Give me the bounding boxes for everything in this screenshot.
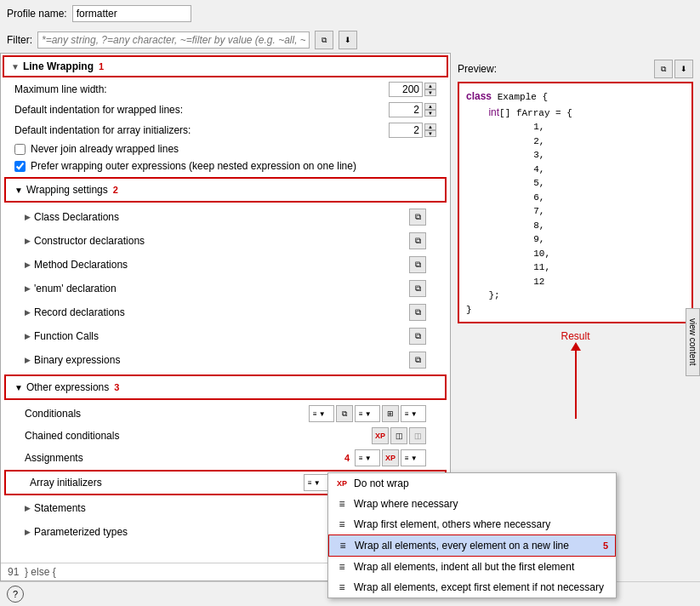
chained-conditionals-label: Chained conditionals: [25, 430, 367, 442]
never-join-label: Never join already wrapped lines: [31, 143, 179, 155]
spin-down-3[interactable]: ▼: [424, 130, 436, 137]
max-line-width-row: Maximum line width: ▲ ▼: [1, 79, 450, 100]
cond-icon2[interactable]: ⊞: [382, 405, 399, 422]
menu-item-wrap-indent[interactable]: ≡ Wrap all elements, indent all but the …: [328, 557, 616, 577]
menu-item-wrap-all-label: Wrap all elements, every element on a ne…: [355, 540, 593, 552]
conditionals-dd2[interactable]: ≡▼: [355, 405, 380, 422]
default-indent-array-input[interactable]: [389, 123, 423, 138]
line-wrapping-header[interactable]: ▼ Line Wrapping 1: [4, 57, 447, 76]
wrapping-settings-header[interactable]: ▼ Wrapping settings 2: [8, 180, 443, 199]
constructor-declarations-label: Constructor declarations: [34, 235, 145, 247]
statements-label: Statements: [34, 502, 86, 514]
conditionals-dd3[interactable]: ≡▼: [401, 405, 426, 422]
menu-item-wrap-first-label: Wrap first element, others where necessa…: [354, 518, 609, 530]
menu-item-no-wrap[interactable]: XP Do not wrap: [328, 473, 616, 494]
menu-item-wrap-necessary[interactable]: ≡ Wrap where necessary: [328, 494, 616, 514]
copy-button[interactable]: ⧉: [315, 31, 333, 49]
badge-5: 5: [603, 540, 608, 551]
binary-expressions-label: Binary expressions: [34, 354, 120, 366]
enum-declaration-item[interactable]: ▶ 'enum' declaration ⧉: [1, 277, 450, 300]
other-expressions-label: Other expressions: [26, 381, 109, 393]
result-arrow: Result: [458, 327, 693, 419]
preview-import-btn[interactable]: ⬇: [674, 60, 693, 78]
assignments-row: Assignments 4 ≡▼ XP ≡▼: [1, 447, 450, 469]
chained-conditionals-row: Chained conditionals XP ◫ ◫: [1, 425, 450, 447]
method-icon[interactable]: ⧉: [409, 256, 426, 273]
spin-down-2[interactable]: ▼: [424, 110, 436, 117]
default-indent-array-row: Default indentation for array initialize…: [1, 120, 450, 140]
max-line-width-spinner: ▲ ▼: [424, 83, 436, 96]
assign-dd2[interactable]: ≡▼: [401, 449, 426, 466]
line-number: 91: [8, 566, 19, 578]
ctor-icon[interactable]: ⧉: [409, 232, 426, 249]
filter-input[interactable]: [37, 31, 310, 49]
chained-icon2[interactable]: ◫: [390, 427, 407, 444]
spin-down[interactable]: ▼: [424, 89, 436, 96]
spin-up-2[interactable]: ▲: [424, 103, 436, 110]
indent-array-spinner: ▲ ▼: [424, 123, 436, 137]
profile-label: Profile name:: [7, 8, 67, 20]
menu-item-wrap-first[interactable]: ≡ Wrap first element, others where neces…: [328, 514, 616, 535]
cond-icon1[interactable]: ⧉: [336, 405, 353, 422]
main-container: Profile name: Filter: ⧉ ⬇ ▼ Line Wrappin…: [0, 0, 700, 606]
func-icon[interactable]: ⧉: [409, 328, 426, 345]
badge-4: 4: [344, 453, 350, 463]
help-button[interactable]: ?: [7, 586, 24, 603]
assign-dd1[interactable]: ≡▼: [355, 449, 380, 466]
conditionals-wrap-dropdown[interactable]: ≡▼: [309, 405, 334, 422]
binary-triangle: ▶: [25, 356, 31, 364]
preview-box: class Example { int[] fArray = { 1, 2, 3…: [458, 82, 693, 323]
prefer-wrapping-checkbox[interactable]: [14, 161, 26, 172]
parameterized-types-label: Parameterized types: [34, 526, 128, 538]
spin-up[interactable]: ▲: [424, 83, 436, 89]
method-declarations-item[interactable]: ▶ Method Declarations ⧉: [1, 253, 450, 277]
max-line-width-input[interactable]: [389, 82, 423, 97]
spin-up-3[interactable]: ▲: [424, 123, 436, 130]
profile-input[interactable]: [72, 5, 191, 22]
array-dd1[interactable]: ≡▼: [304, 474, 329, 491]
stmt-triangle: ▶: [25, 504, 31, 512]
conditionals-row: Conditionals ≡▼ ⧉ ≡▼ ⊞ ≡▼: [1, 403, 450, 425]
ws-triangle: ▼: [14, 186, 23, 195]
enum-icon[interactable]: ⧉: [409, 280, 426, 297]
other-expressions-header[interactable]: ▼ Other expressions 3: [8, 378, 443, 397]
default-indent-wrapped-input[interactable]: [389, 102, 423, 117]
record-declarations-item[interactable]: ▶ Record declarations ⧉: [1, 300, 450, 324]
function-calls-item[interactable]: ▶ Function Calls ⧉: [1, 324, 450, 348]
profile-row: Profile name:: [0, 0, 700, 27]
other-expressions-section: ▼ Other expressions 3: [4, 374, 447, 400]
indent-wrapped-spinner: ▲ ▼: [424, 103, 436, 117]
preview-copy-btn[interactable]: ⧉: [654, 60, 673, 78]
bottom-code-text: } else {: [25, 566, 56, 578]
line-wrapping-label: Line Wrapping: [23, 60, 94, 72]
class-decl-icon[interactable]: ⧉: [409, 209, 426, 226]
assign-xp-icon[interactable]: XP: [382, 449, 399, 466]
record-icon[interactable]: ⧉: [409, 304, 426, 321]
chained-icon3[interactable]: ◫: [409, 427, 426, 444]
class-declarations-label: Class Declarations: [34, 211, 119, 223]
prefer-wrapping-row: Prefer wrapping outer expressions (keep …: [1, 157, 450, 174]
menu-item-wrap-except[interactable]: ≡ Wrap all elements, except first elemen…: [328, 577, 616, 597]
import-button[interactable]: ⬇: [339, 31, 357, 49]
enum-triangle: ▶: [25, 284, 31, 293]
binary-expressions-item[interactable]: ▶ Binary expressions ⧉: [1, 348, 450, 372]
enum-declaration-label: 'enum' declaration: [34, 283, 117, 294]
class-declarations-item[interactable]: ▶ Class Declarations ⧉: [1, 205, 450, 229]
never-join-row: Never join already wrapped lines: [1, 140, 450, 157]
func-triangle: ▶: [25, 332, 31, 340]
menu-item-wrap-indent-label: Wrap all elements, indent all but the fi…: [354, 561, 609, 573]
view-content-button[interactable]: view content: [686, 308, 700, 376]
constructor-declarations-item[interactable]: ▶ Constructor declarations ⧉: [1, 229, 450, 253]
menu-item-wrap-all[interactable]: ≡ Wrap all elements, every element on a …: [328, 535, 616, 557]
wrap-all-icon: ≡: [336, 539, 350, 552]
conditionals-label: Conditionals: [25, 408, 304, 420]
no-wrap-icon: XP: [335, 477, 349, 490]
badge-3: 3: [114, 382, 119, 392]
binary-icon[interactable]: ⧉: [409, 352, 426, 369]
chained-xp-icon[interactable]: XP: [372, 427, 389, 444]
function-calls-label: Function Calls: [34, 330, 99, 342]
oe-triangle: ▼: [14, 383, 23, 392]
record-declarations-label: Record declarations: [34, 306, 125, 318]
menu-item-wrap-necessary-label: Wrap where necessary: [354, 498, 609, 510]
never-join-checkbox[interactable]: [14, 144, 26, 155]
